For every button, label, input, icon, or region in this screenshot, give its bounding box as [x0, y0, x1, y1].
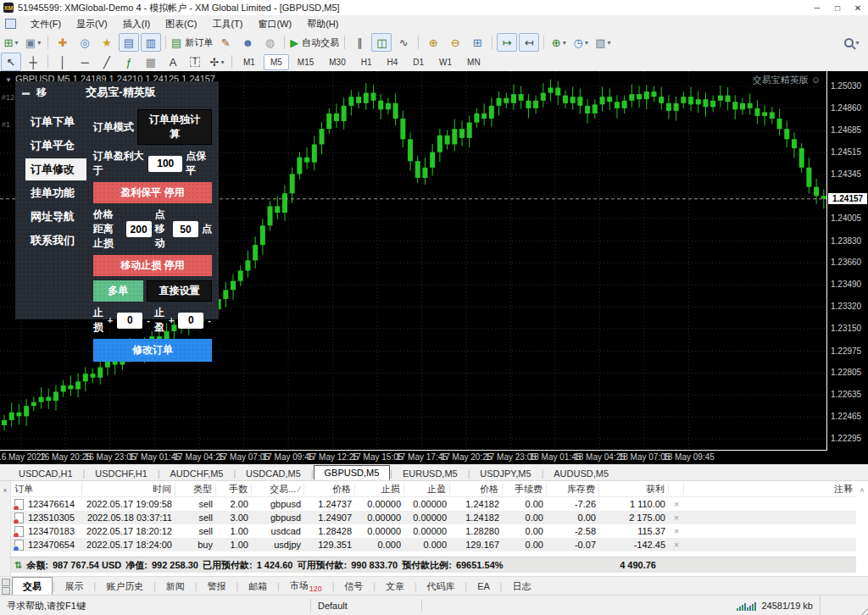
timeframe-m30-button[interactable]: M30 [322, 54, 352, 70]
order-row-2[interactable]: 1234701832022.05.17 18:20:12sell1.00usdc… [11, 524, 856, 538]
fibonacci-button[interactable]: ƒ [119, 53, 139, 71]
terminal-button[interactable]: ▥ [141, 33, 161, 52]
close-button[interactable]: ✕ [848, 1, 868, 15]
order-mode-button[interactable]: 订单单独计算 [137, 109, 212, 145]
panel-move-handle[interactable]: 移 [36, 86, 47, 100]
line-chart-button[interactable]: ∿ [393, 33, 414, 52]
timeframe-m15-button[interactable]: M15 [291, 54, 320, 70]
search-button[interactable]: ▾ [842, 33, 862, 52]
menu-item-3[interactable]: 图表(C) [158, 16, 204, 32]
tile-windows-button[interactable]: ⊞ [467, 33, 487, 52]
chart-tab-audchf-m5[interactable]: AUDCHF,M5 [160, 467, 234, 480]
horizontal-line-button[interactable]: ─ [75, 53, 95, 71]
terminal-tab-8[interactable]: 文章 [376, 578, 415, 596]
terminal-tab-1[interactable]: 展示 [55, 578, 94, 596]
text-button[interactable]: A [163, 53, 183, 71]
arrows-button[interactable]: ✢▾ [207, 53, 227, 71]
column-header-6[interactable]: 止损 [355, 484, 404, 495]
panel-menu-item-0[interactable]: 订单下单 [25, 111, 86, 133]
history-center-button[interactable]: ★ [97, 33, 117, 52]
chart-area[interactable]: ▼GBPUSD,M5 1.24189 1.24210 1.24125 1.241… [0, 71, 868, 464]
metaeditor-button[interactable]: ☻ [237, 33, 258, 52]
column-header-10[interactable]: 库存费 [547, 484, 599, 495]
column-header-4[interactable]: 交易...∕ [252, 484, 304, 495]
menu-item-1[interactable]: 显示(V) [69, 16, 115, 32]
menu-item-0[interactable]: 文件(F) [23, 16, 69, 32]
drawing-grid-button[interactable]: ▦ [141, 53, 161, 71]
status-profile[interactable]: Default [311, 601, 421, 611]
terminal-tab-10[interactable]: EA [467, 579, 500, 594]
table-scrollbar[interactable]: ˄ [856, 481, 868, 576]
trail-step-input[interactable] [173, 221, 198, 237]
community-button[interactable]: ◍ [259, 33, 280, 52]
bar-chart-button[interactable]: ∥ [349, 33, 370, 52]
timeframe-mn-button[interactable]: MN [460, 54, 487, 70]
chart-tab-usdchf-h1[interactable]: USDCHF,H1 [85, 467, 158, 480]
column-header-12[interactable]: 注释 [684, 484, 856, 495]
terminal-tab-6[interactable]: 市场120 [280, 577, 332, 596]
menu-item-6[interactable]: 帮助(H) [299, 16, 346, 32]
trailing-stop-toggle-button[interactable]: 移动止损 停用 [93, 255, 212, 276]
new-order-button[interactable]: ▤新订单 [170, 33, 214, 52]
column-header-5[interactable]: 价格 [304, 484, 355, 495]
timeframe-h1-button[interactable]: H1 [354, 54, 379, 70]
close-order-button[interactable]: × [669, 499, 684, 509]
new-chart-button[interactable]: ⊞▾ [1, 33, 21, 52]
scripts-button[interactable]: ✎ [215, 33, 236, 52]
minimize-button[interactable]: ─ [807, 1, 827, 15]
column-header-9[interactable]: 手续费 [503, 484, 547, 495]
timeframe-w1-button[interactable]: W1 [432, 54, 459, 70]
timeframe-m5-button[interactable]: M5 [264, 54, 289, 70]
menu-item-5[interactable]: 窗口(W) [250, 16, 299, 32]
close-order-button[interactable]: × [669, 526, 684, 536]
time-axis[interactable]: 16 May 202216 May 20:2516 May 23:0517 Ma… [0, 450, 827, 464]
zoom-in-button[interactable]: ⊕ [423, 33, 443, 52]
sl-increase-button[interactable]: + [107, 315, 114, 325]
chart-tab-usdcad-h1[interactable]: USDCAD,H1 [8, 467, 83, 480]
timeframe-m1-button[interactable]: M1 [236, 54, 262, 70]
column-header-0[interactable]: 订单 [11, 484, 82, 495]
data-window-button[interactable]: ◎ [75, 33, 95, 52]
chart-shift-button[interactable]: ↤ [519, 33, 539, 52]
profiles-button[interactable]: ▣▾ [23, 33, 43, 52]
stop-loss-input[interactable] [117, 313, 142, 329]
menu-item-4[interactable]: 工具(T) [204, 16, 250, 32]
scroll-up-icon[interactable]: ˄ [860, 486, 864, 495]
resize-grip[interactable] [857, 605, 868, 615]
trail-distance-input[interactable] [126, 221, 152, 237]
modify-order-button[interactable]: 修改订单 [93, 339, 212, 362]
order-row-1[interactable]: 1235103052022.05.18 03:37:11sell3.00gbpu… [11, 511, 856, 524]
indicators-button[interactable]: ⊕▾ [548, 33, 569, 52]
panel-menu-item-4[interactable]: 网址导航 [25, 206, 86, 228]
breakeven-toggle-button[interactable]: 盈利保平 停用 [93, 182, 212, 203]
panel-collapse-button[interactable]: ▬ [22, 88, 30, 97]
terminal-tab-9[interactable]: 代码库 [417, 578, 465, 596]
chart-tab-usdcad-m5[interactable]: USDCAD,M5 [236, 467, 311, 480]
column-header-11[interactable]: 获利 [599, 484, 669, 495]
templates-button[interactable]: ▧▾ [593, 33, 613, 52]
order-row-0[interactable]: 1234766142022.05.17 19:09:58sell2.00gbpu… [11, 497, 856, 511]
order-row-3[interactable]: 1234706542022.05.17 18:24:00buy1.00usdjp… [11, 538, 856, 551]
vertical-line-button[interactable]: │ [53, 53, 73, 71]
terminal-tab-7[interactable]: 信号 [334, 578, 373, 596]
column-header-1[interactable]: 时间 [82, 484, 175, 495]
periods-button[interactable]: ◷▾ [570, 33, 591, 52]
panel-menu-item-2[interactable]: 订单修改 [25, 158, 86, 180]
terminal-tab-0[interactable]: 交易 [12, 577, 53, 596]
column-header-2[interactable]: 类型 [175, 484, 216, 495]
text-label-button[interactable]: T [185, 53, 205, 71]
close-terminal-button[interactable]: × [3, 486, 7, 495]
terminal-tab-4[interactable]: 警报 [197, 578, 236, 596]
navigator-button[interactable]: ▤ [119, 33, 139, 52]
profit-threshold-input[interactable] [148, 156, 182, 172]
column-header-8[interactable]: 价格 [450, 484, 503, 495]
column-header-3[interactable]: 手数 [216, 484, 252, 495]
terminal-tab-5[interactable]: 邮箱 [238, 578, 277, 596]
sl-decrease-button[interactable]: - [146, 315, 151, 325]
terminal-tab-2[interactable]: 账户历史 [96, 578, 153, 596]
autotrading-button[interactable]: ▶自动交易 [289, 33, 340, 52]
panel-menu-item-5[interactable]: 联系我们 [25, 230, 86, 252]
chevron-down-icon[interactable]: ▼ [5, 76, 12, 84]
trend-line-button[interactable]: ╱ [97, 53, 117, 71]
column-header-7[interactable]: 止盈 [404, 484, 450, 495]
